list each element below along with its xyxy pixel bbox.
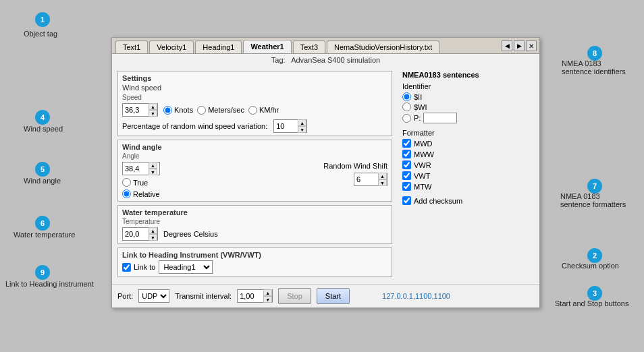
kmh-option[interactable]: KM/hr [248, 106, 279, 115]
add-checksum-checkbox[interactable] [402, 196, 411, 205]
speed-spinbox[interactable]: ▲ ▼ [122, 103, 158, 117]
speed-spinbox-buttons: ▲ ▼ [149, 103, 157, 117]
meters-radio[interactable] [197, 106, 206, 115]
add-checksum-label: Add checksum [414, 197, 462, 205]
random-shift-spinbox[interactable]: ▲ ▼ [354, 173, 387, 186]
angle-row: ▲ ▼ True Relative Random Wind Shift [122, 162, 387, 198]
ip-address: 127.0.0.1,1100,1100 [382, 292, 450, 300]
wi-radio[interactable] [402, 102, 411, 111]
angle-spinbox[interactable]: ▲ ▼ [122, 162, 160, 175]
pct-spinbox-buttons: ▲ ▼ [298, 119, 306, 133]
random-shift-decrement-button[interactable]: ▼ [378, 179, 387, 186]
kmh-radio[interactable] [248, 106, 257, 115]
annotation-bubble-2: 2 [587, 248, 602, 263]
temp-unit-label: Degrees Celsius [163, 230, 218, 238]
speed-decrement-button[interactable]: ▼ [149, 110, 157, 117]
link-heading-select[interactable]: Heading1 [159, 260, 213, 274]
wi-row: $WI [402, 102, 534, 111]
interval-spinbox[interactable]: ▲ ▼ [237, 289, 273, 303]
temp-row: ▲ ▼ Degrees Celsius [122, 227, 387, 241]
tab-weather1[interactable]: Weather1 [243, 40, 291, 53]
port-select[interactable]: UDP [138, 289, 169, 303]
interval-input[interactable] [238, 292, 263, 300]
pct-label: Percentage of random wind speed variatio… [122, 122, 267, 130]
mww-label: MWW [414, 150, 434, 158]
true-option[interactable]: True [122, 178, 160, 187]
tab-text1[interactable]: Text1 [115, 40, 148, 53]
temp-input[interactable] [123, 230, 149, 238]
tab-close-button[interactable]: ✕ [526, 40, 537, 51]
interval-label: Transmit interval: [175, 292, 232, 300]
tab-next-button[interactable]: ▶ [514, 40, 525, 51]
pct-input[interactable] [274, 122, 298, 130]
start-button[interactable]: Start [317, 288, 350, 304]
tag-label: Tag: [271, 56, 286, 64]
angle-left: ▲ ▼ True Relative [122, 162, 160, 198]
speed-row: ▲ ▼ Knots Meters/sec KM/hr [122, 103, 387, 117]
stop-button[interactable]: Stop [278, 288, 311, 304]
p-input[interactable] [423, 113, 457, 123]
tag-row: Tag: AdvanSea S400 simulation [112, 54, 539, 67]
speed-input[interactable] [123, 106, 149, 114]
knots-radio[interactable] [163, 106, 172, 115]
mwd-checkbox[interactable] [402, 139, 411, 148]
tab-text3[interactable]: Text3 [293, 40, 325, 53]
temp-sublabel: Temperature [122, 218, 387, 225]
water-temp-group: Water temperature Temperature ▲ ▼ Degree… [117, 205, 392, 244]
speed-increment-button[interactable]: ▲ [149, 103, 157, 110]
ii-label: $II [414, 93, 422, 101]
link-checkbox[interactable] [122, 263, 131, 272]
interval-decrement-button[interactable]: ▼ [263, 296, 272, 303]
random-shift-increment-button[interactable]: ▲ [378, 173, 387, 179]
vwr-checkbox[interactable] [402, 160, 411, 169]
knots-option[interactable]: Knots [163, 106, 193, 115]
right-panel: NMEA0183 sentences Identifier $II $WI P: [399, 71, 534, 281]
mtw-checkbox[interactable] [402, 182, 411, 191]
nmea-header: NMEA0183 sentences [402, 71, 534, 79]
temp-spinbox[interactable]: ▲ ▼ [122, 227, 158, 241]
angle-spinbox-buttons: ▲ ▼ [149, 162, 157, 175]
tab-prev-button[interactable]: ◀ [502, 40, 512, 51]
tab-heading1[interactable]: Heading1 [195, 40, 242, 53]
true-radio[interactable] [122, 178, 131, 187]
pct-decrement-button[interactable]: ▼ [298, 126, 306, 133]
angle-decrement-button[interactable]: ▼ [149, 169, 157, 175]
meters-option[interactable]: Meters/sec [197, 106, 244, 115]
annotation-bubble-4: 4 [35, 110, 50, 125]
temp-increment-button[interactable]: ▲ [149, 227, 157, 234]
tab-version-history[interactable]: NemaStudioVersionHistory.txt [327, 40, 439, 53]
p-row: P: [402, 113, 534, 123]
angle-increment-button[interactable]: ▲ [149, 162, 157, 169]
relative-radio[interactable] [122, 189, 131, 198]
identifier-group: Identifier $II $WI P: [402, 82, 534, 123]
tab-nav: ◀ ▶ [502, 40, 525, 51]
random-shift-input[interactable] [354, 175, 378, 183]
interval-increment-button[interactable]: ▲ [263, 289, 272, 296]
ii-radio[interactable] [402, 92, 411, 101]
annotation-label-start-stop: Start and Stop buttons [555, 299, 628, 307]
formatter-group: Formatter MWD MWW VWR VWT [402, 129, 534, 191]
link-header: Link to Heading Instrument (VWR/VWT) [122, 251, 387, 259]
annotation-label-nmea-identifiers: NMEA 0183sentence identifiers [562, 59, 626, 76]
main-window: Text1 Velocity1 Heading1 Weather1 Text3 … [111, 37, 540, 308]
annotation-label-checksum: Checksum option [562, 262, 619, 270]
random-shift-label: Random Wind Shift [323, 162, 387, 170]
link-group: Link to Heading Instrument (VWR/VWT) Lin… [117, 247, 392, 277]
port-label: Port: [117, 292, 133, 300]
temp-decrement-button[interactable]: ▼ [149, 234, 157, 241]
random-shift-spinbox-buttons: ▲ ▼ [378, 173, 387, 186]
p-radio[interactable] [402, 114, 411, 123]
tab-velocity1[interactable]: Velocity1 [149, 40, 194, 53]
annotation-bubble-5: 5 [35, 162, 50, 177]
temp-spinbox-buttons: ▲ ▼ [149, 227, 157, 241]
link-checkbox-label[interactable]: Link to [122, 263, 155, 272]
annotation-label-water-temp: Water temperature [14, 231, 75, 239]
pct-spinbox[interactable]: ▲ ▼ [273, 119, 307, 133]
annotation-label-link-heading: Link to Heading instrument [5, 280, 94, 288]
vwt-checkbox[interactable] [402, 171, 411, 180]
mww-checkbox[interactable] [402, 150, 411, 158]
annotation-bubble-6: 6 [35, 216, 50, 231]
relative-option[interactable]: Relative [122, 189, 160, 198]
angle-input[interactable] [123, 165, 149, 173]
pct-increment-button[interactable]: ▲ [298, 119, 306, 126]
